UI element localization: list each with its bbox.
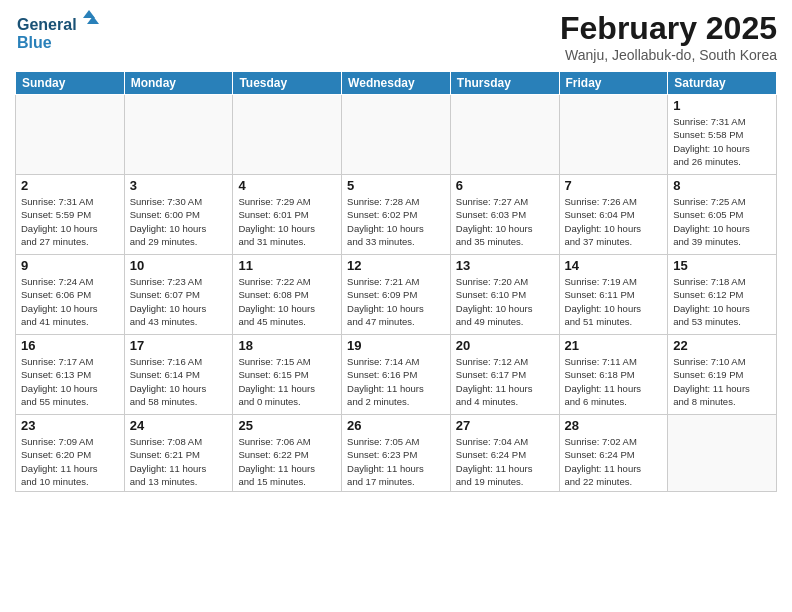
calendar-cell: 6Sunrise: 7:27 AMSunset: 6:03 PMDaylight…: [450, 175, 559, 255]
day-info: Sunrise: 7:19 AMSunset: 6:11 PMDaylight:…: [565, 275, 663, 328]
logo-icon: General Blue: [15, 10, 105, 55]
day-number: 10: [130, 258, 228, 273]
title-block: February 2025 Wanju, Jeollabuk-do, South…: [560, 10, 777, 63]
weekday-header-sunday: Sunday: [16, 72, 125, 95]
day-info: Sunrise: 7:10 AMSunset: 6:19 PMDaylight:…: [673, 355, 771, 408]
calendar-week-2: 2Sunrise: 7:31 AMSunset: 5:59 PMDaylight…: [16, 175, 777, 255]
day-info: Sunrise: 7:26 AMSunset: 6:04 PMDaylight:…: [565, 195, 663, 248]
day-info: Sunrise: 7:04 AMSunset: 6:24 PMDaylight:…: [456, 435, 554, 488]
day-number: 9: [21, 258, 119, 273]
calendar-cell: 8Sunrise: 7:25 AMSunset: 6:05 PMDaylight…: [668, 175, 777, 255]
calendar-cell: 13Sunrise: 7:20 AMSunset: 6:10 PMDayligh…: [450, 255, 559, 335]
day-info: Sunrise: 7:23 AMSunset: 6:07 PMDaylight:…: [130, 275, 228, 328]
calendar-cell: 10Sunrise: 7:23 AMSunset: 6:07 PMDayligh…: [124, 255, 233, 335]
calendar-cell: 14Sunrise: 7:19 AMSunset: 6:11 PMDayligh…: [559, 255, 668, 335]
day-number: 21: [565, 338, 663, 353]
calendar-cell: 26Sunrise: 7:05 AMSunset: 6:23 PMDayligh…: [342, 415, 451, 492]
day-info: Sunrise: 7:25 AMSunset: 6:05 PMDaylight:…: [673, 195, 771, 248]
day-info: Sunrise: 7:17 AMSunset: 6:13 PMDaylight:…: [21, 355, 119, 408]
calendar-cell: 20Sunrise: 7:12 AMSunset: 6:17 PMDayligh…: [450, 335, 559, 415]
weekday-header-tuesday: Tuesday: [233, 72, 342, 95]
calendar-cell: 7Sunrise: 7:26 AMSunset: 6:04 PMDaylight…: [559, 175, 668, 255]
day-number: 8: [673, 178, 771, 193]
calendar-cell: 9Sunrise: 7:24 AMSunset: 6:06 PMDaylight…: [16, 255, 125, 335]
day-info: Sunrise: 7:02 AMSunset: 6:24 PMDaylight:…: [565, 435, 663, 488]
calendar-cell: 1Sunrise: 7:31 AMSunset: 5:58 PMDaylight…: [668, 95, 777, 175]
calendar-cell: 11Sunrise: 7:22 AMSunset: 6:08 PMDayligh…: [233, 255, 342, 335]
svg-text:Blue: Blue: [17, 34, 52, 51]
header: General Blue February 2025 Wanju, Jeolla…: [15, 10, 777, 63]
day-number: 24: [130, 418, 228, 433]
day-number: 13: [456, 258, 554, 273]
day-number: 3: [130, 178, 228, 193]
calendar-cell: [16, 95, 125, 175]
calendar-week-4: 16Sunrise: 7:17 AMSunset: 6:13 PMDayligh…: [16, 335, 777, 415]
calendar-cell: 2Sunrise: 7:31 AMSunset: 5:59 PMDaylight…: [16, 175, 125, 255]
day-number: 27: [456, 418, 554, 433]
calendar-cell: 17Sunrise: 7:16 AMSunset: 6:14 PMDayligh…: [124, 335, 233, 415]
day-number: 12: [347, 258, 445, 273]
calendar-cell: 28Sunrise: 7:02 AMSunset: 6:24 PMDayligh…: [559, 415, 668, 492]
day-number: 25: [238, 418, 336, 433]
day-number: 5: [347, 178, 445, 193]
day-info: Sunrise: 7:30 AMSunset: 6:00 PMDaylight:…: [130, 195, 228, 248]
calendar-cell: 23Sunrise: 7:09 AMSunset: 6:20 PMDayligh…: [16, 415, 125, 492]
day-number: 28: [565, 418, 663, 433]
calendar-cell: 21Sunrise: 7:11 AMSunset: 6:18 PMDayligh…: [559, 335, 668, 415]
calendar-cell: 22Sunrise: 7:10 AMSunset: 6:19 PMDayligh…: [668, 335, 777, 415]
calendar-week-3: 9Sunrise: 7:24 AMSunset: 6:06 PMDaylight…: [16, 255, 777, 335]
day-info: Sunrise: 7:27 AMSunset: 6:03 PMDaylight:…: [456, 195, 554, 248]
calendar-cell: 27Sunrise: 7:04 AMSunset: 6:24 PMDayligh…: [450, 415, 559, 492]
day-info: Sunrise: 7:20 AMSunset: 6:10 PMDaylight:…: [456, 275, 554, 328]
calendar-cell: 18Sunrise: 7:15 AMSunset: 6:15 PMDayligh…: [233, 335, 342, 415]
weekday-header-friday: Friday: [559, 72, 668, 95]
day-number: 4: [238, 178, 336, 193]
day-info: Sunrise: 7:22 AMSunset: 6:08 PMDaylight:…: [238, 275, 336, 328]
calendar-cell: 19Sunrise: 7:14 AMSunset: 6:16 PMDayligh…: [342, 335, 451, 415]
day-info: Sunrise: 7:29 AMSunset: 6:01 PMDaylight:…: [238, 195, 336, 248]
page: General Blue February 2025 Wanju, Jeolla…: [0, 0, 792, 612]
calendar-cell: [233, 95, 342, 175]
day-info: Sunrise: 7:16 AMSunset: 6:14 PMDaylight:…: [130, 355, 228, 408]
day-info: Sunrise: 7:05 AMSunset: 6:23 PMDaylight:…: [347, 435, 445, 488]
day-info: Sunrise: 7:15 AMSunset: 6:15 PMDaylight:…: [238, 355, 336, 408]
day-number: 23: [21, 418, 119, 433]
weekday-header-wednesday: Wednesday: [342, 72, 451, 95]
day-info: Sunrise: 7:24 AMSunset: 6:06 PMDaylight:…: [21, 275, 119, 328]
day-number: 15: [673, 258, 771, 273]
day-number: 22: [673, 338, 771, 353]
day-number: 17: [130, 338, 228, 353]
day-info: Sunrise: 7:08 AMSunset: 6:21 PMDaylight:…: [130, 435, 228, 488]
weekday-header-monday: Monday: [124, 72, 233, 95]
day-number: 26: [347, 418, 445, 433]
day-number: 14: [565, 258, 663, 273]
weekday-header-row: SundayMondayTuesdayWednesdayThursdayFrid…: [16, 72, 777, 95]
day-info: Sunrise: 7:12 AMSunset: 6:17 PMDaylight:…: [456, 355, 554, 408]
calendar-cell: 4Sunrise: 7:29 AMSunset: 6:01 PMDaylight…: [233, 175, 342, 255]
calendar-week-1: 1Sunrise: 7:31 AMSunset: 5:58 PMDaylight…: [16, 95, 777, 175]
day-info: Sunrise: 7:28 AMSunset: 6:02 PMDaylight:…: [347, 195, 445, 248]
main-title: February 2025: [560, 10, 777, 47]
day-number: 11: [238, 258, 336, 273]
day-number: 7: [565, 178, 663, 193]
calendar-cell: [668, 415, 777, 492]
day-number: 19: [347, 338, 445, 353]
day-info: Sunrise: 7:06 AMSunset: 6:22 PMDaylight:…: [238, 435, 336, 488]
svg-text:General: General: [17, 16, 77, 33]
day-number: 1: [673, 98, 771, 113]
calendar-cell: 3Sunrise: 7:30 AMSunset: 6:00 PMDaylight…: [124, 175, 233, 255]
day-info: Sunrise: 7:09 AMSunset: 6:20 PMDaylight:…: [21, 435, 119, 488]
weekday-header-saturday: Saturday: [668, 72, 777, 95]
weekday-header-thursday: Thursday: [450, 72, 559, 95]
day-number: 6: [456, 178, 554, 193]
calendar-cell: 5Sunrise: 7:28 AMSunset: 6:02 PMDaylight…: [342, 175, 451, 255]
day-info: Sunrise: 7:11 AMSunset: 6:18 PMDaylight:…: [565, 355, 663, 408]
calendar-cell: [342, 95, 451, 175]
day-info: Sunrise: 7:31 AMSunset: 5:58 PMDaylight:…: [673, 115, 771, 168]
calendar-cell: [559, 95, 668, 175]
calendar-cell: 12Sunrise: 7:21 AMSunset: 6:09 PMDayligh…: [342, 255, 451, 335]
day-number: 16: [21, 338, 119, 353]
calendar-week-5: 23Sunrise: 7:09 AMSunset: 6:20 PMDayligh…: [16, 415, 777, 492]
calendar-cell: 15Sunrise: 7:18 AMSunset: 6:12 PMDayligh…: [668, 255, 777, 335]
day-info: Sunrise: 7:14 AMSunset: 6:16 PMDaylight:…: [347, 355, 445, 408]
